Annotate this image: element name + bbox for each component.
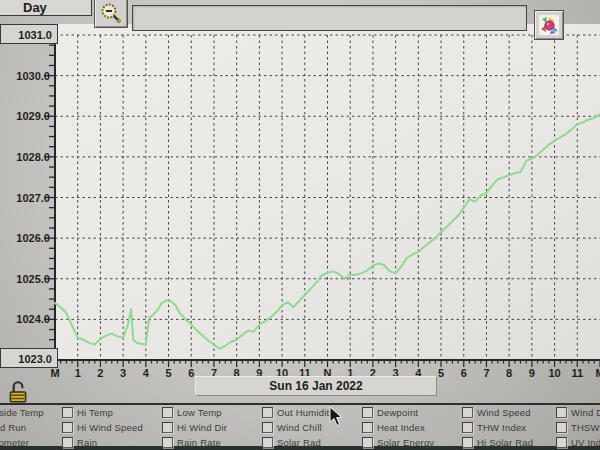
x-tick-label: 5 bbox=[438, 367, 444, 379]
checkbox-rain-rate[interactable] bbox=[162, 437, 173, 448]
x-tick-label: 6 bbox=[461, 367, 467, 379]
checkbox-label-wind-run: Wind Run bbox=[0, 422, 26, 433]
plot-option-thsw-index[interactable]: THSW Index bbox=[556, 421, 600, 433]
checkbox-wind-speed[interactable] bbox=[462, 407, 473, 418]
checkbox-label-barometer: Barometer bbox=[0, 437, 29, 448]
plot-option-solar-rad[interactable]: Solar Rad bbox=[262, 436, 321, 448]
checkbox-hi-temp[interactable] bbox=[62, 407, 73, 418]
checkbox-label-hi-wind-speed: Hi Wind Speed bbox=[77, 422, 143, 433]
x-tick-label: 9 bbox=[529, 367, 535, 379]
y-tick-label: 1026.0 bbox=[16, 232, 50, 244]
x-tick-label: 3 bbox=[120, 367, 126, 379]
x-tick-label: M bbox=[595, 367, 600, 379]
checkbox-uv-index[interactable] bbox=[556, 437, 567, 448]
checkbox-hi-wind-dir[interactable] bbox=[162, 422, 173, 433]
plot-option-thw-index[interactable]: THW Index bbox=[462, 421, 526, 433]
checkbox-label-solar-rad: Solar Rad bbox=[277, 437, 321, 448]
y-tick-label: 1025.0 bbox=[16, 273, 50, 285]
checkbox-solar-energy[interactable] bbox=[362, 437, 373, 448]
checkbox-rain[interactable] bbox=[62, 437, 73, 448]
checkbox-label-wind-direction: Wind Direction bbox=[571, 407, 600, 418]
x-tick-label: 8 bbox=[506, 367, 512, 379]
x-tick-label: 4 bbox=[143, 367, 150, 379]
y-tick-label: 1029.0 bbox=[16, 110, 50, 122]
checkbox-hi-wind-speed[interactable] bbox=[62, 422, 73, 433]
zoom-out-button[interactable] bbox=[94, 0, 128, 28]
plot-option-hi-wind-speed[interactable]: Hi Wind Speed bbox=[62, 421, 143, 433]
checkbox-low-temp[interactable] bbox=[162, 407, 173, 418]
x-tick-label: 2 bbox=[97, 367, 103, 379]
checkbox-label-wind-chill: Wind Chill bbox=[277, 422, 322, 433]
checkbox-wind-direction[interactable] bbox=[556, 407, 567, 418]
toolbar: Day bbox=[0, 0, 600, 30]
x-tick-label: 5 bbox=[165, 367, 171, 379]
y-tick-label: 1024.0 bbox=[16, 313, 50, 325]
y-axis-min-field[interactable]: 1023.0 bbox=[0, 348, 58, 368]
plot-colors-button[interactable] bbox=[534, 10, 564, 40]
checkbox-label-out-humidity: Out Humidity bbox=[277, 407, 334, 418]
checkbox-dewpoint[interactable] bbox=[362, 407, 373, 418]
x-tick-label: 7 bbox=[483, 367, 489, 379]
checkbox-wind-chill[interactable] bbox=[262, 422, 273, 433]
x-tick-label: 11 bbox=[571, 367, 583, 379]
checkbox-thsw-index[interactable] bbox=[556, 422, 567, 433]
x-tick-label: 6 bbox=[188, 367, 194, 379]
checkbox-label-hi-temp: Hi Temp bbox=[77, 407, 113, 418]
checkbox-label-solar-energy: Solar Energy bbox=[377, 437, 434, 448]
y-axis-max-field[interactable]: 1031.0 bbox=[0, 24, 58, 44]
checkbox-label-thsw-index: THSW Index bbox=[571, 422, 600, 433]
plot-option-hi-temp[interactable]: Hi Temp bbox=[62, 406, 113, 418]
checkbox-heat-index[interactable] bbox=[362, 422, 373, 433]
checkbox-out-humidity[interactable] bbox=[262, 407, 273, 418]
checkbox-label-low-temp: Low Temp bbox=[177, 407, 222, 418]
checkbox-label-outside-temp: Outside Temp bbox=[0, 407, 44, 418]
plot-option-wind-chill[interactable]: Wind Chill bbox=[262, 421, 322, 433]
padlock-open-icon bbox=[5, 379, 31, 405]
plot-option-outside-temp[interactable]: Outside Temp bbox=[0, 406, 44, 418]
mouse-cursor bbox=[329, 406, 345, 428]
x-tick-label: 10 bbox=[548, 367, 560, 379]
checkbox-solar-rad[interactable] bbox=[262, 437, 273, 448]
plot-option-wind-run[interactable]: Wind Run bbox=[0, 421, 26, 433]
palette-icon bbox=[539, 15, 559, 35]
checkbox-label-dewpoint: Dewpoint bbox=[377, 407, 418, 418]
y-tick-label: 1027.0 bbox=[16, 192, 50, 204]
checkbox-label-thw-index: THW Index bbox=[477, 422, 526, 433]
checkbox-label-hi-wind-dir: Hi Wind Dir bbox=[177, 422, 227, 433]
checkbox-hi-solar-rad[interactable] bbox=[462, 437, 473, 448]
period-select[interactable]: Day bbox=[0, 0, 92, 16]
checkbox-label-heat-index: Heat Index bbox=[377, 422, 425, 433]
checkbox-label-wind-speed: Wind Speed bbox=[477, 407, 531, 418]
plot-title-field[interactable] bbox=[132, 5, 527, 31]
plot-option-low-temp[interactable]: Low Temp bbox=[162, 406, 222, 418]
x-tick-label: 1 bbox=[75, 367, 81, 379]
y-tick-label: 1030.0 bbox=[16, 70, 50, 82]
period-select-label: Day bbox=[23, 0, 47, 15]
checkbox-thw-index[interactable] bbox=[462, 422, 473, 433]
date-label: Sun 16 Jan 2022 bbox=[195, 376, 437, 396]
checkbox-label-uv-index: UV Index bbox=[571, 437, 600, 448]
plot-options-panel: Outside TempHi TempLow TempOut HumidityD… bbox=[0, 404, 600, 446]
plot-option-out-humidity[interactable]: Out Humidity bbox=[262, 406, 334, 418]
plot-option-barometer[interactable]: Barometer bbox=[0, 436, 29, 448]
plot-option-heat-index[interactable]: Heat Index bbox=[362, 421, 425, 433]
checkbox-label-rain-rate: Rain Rate bbox=[177, 437, 221, 448]
plot-option-solar-energy[interactable]: Solar Energy bbox=[362, 436, 434, 448]
plot-option-wind-speed[interactable]: Wind Speed bbox=[462, 406, 531, 418]
plot-option-rain[interactable]: Rain bbox=[62, 436, 97, 448]
y-tick-label: 1028.0 bbox=[16, 151, 50, 163]
plot-option-dewpoint[interactable]: Dewpoint bbox=[362, 406, 418, 418]
magnifier-minus-icon bbox=[100, 2, 122, 24]
plot-option-wind-direction[interactable]: Wind Direction bbox=[556, 406, 600, 418]
plot-option-uv-index[interactable]: UV Index bbox=[556, 436, 600, 448]
plot-option-hi-wind-dir[interactable]: Hi Wind Dir bbox=[162, 421, 227, 433]
checkbox-label-hi-solar-rad: Hi Solar Rad bbox=[477, 437, 533, 448]
plot-option-hi-solar-rad[interactable]: Hi Solar Rad bbox=[462, 436, 533, 448]
checkbox-label-rain: Rain bbox=[77, 437, 97, 448]
plot-option-rain-rate[interactable]: Rain Rate bbox=[162, 436, 221, 448]
